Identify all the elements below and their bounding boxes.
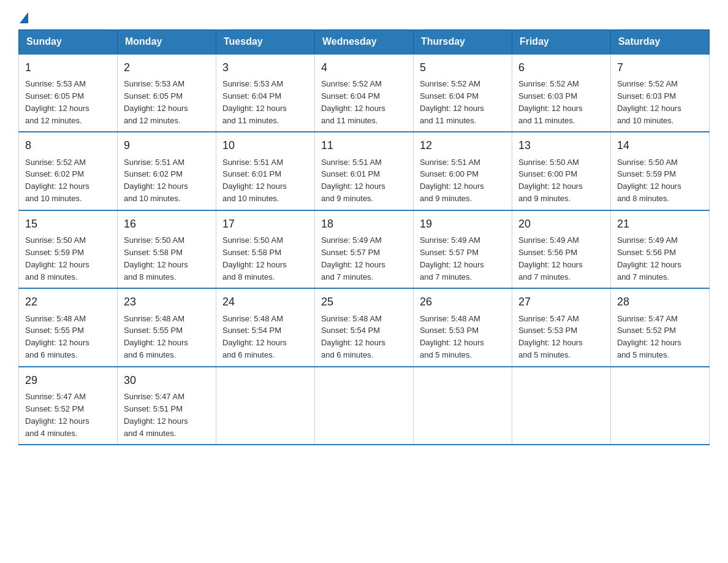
day-info: Sunrise: 5:52 AMSunset: 6:04 PMDaylight:… [420, 79, 484, 125]
day-info: Sunrise: 5:50 AMSunset: 6:00 PMDaylight:… [518, 158, 583, 204]
day-info: Sunrise: 5:52 AMSunset: 6:03 PMDaylight:… [518, 79, 583, 125]
day-info: Sunrise: 5:52 AMSunset: 6:04 PMDaylight:… [321, 79, 385, 125]
calendar-day-cell: 22 Sunrise: 5:48 AMSunset: 5:55 PMDaylig… [19, 288, 118, 366]
day-info: Sunrise: 5:49 AMSunset: 5:56 PMDaylight:… [617, 236, 681, 282]
day-info: Sunrise: 5:51 AMSunset: 6:00 PMDaylight:… [420, 158, 484, 204]
day-info: Sunrise: 5:50 AMSunset: 5:59 PMDaylight:… [25, 236, 89, 282]
calendar-day-cell: 11 Sunrise: 5:51 AMSunset: 6:01 PMDaylig… [314, 132, 413, 210]
day-number: 20 [518, 216, 604, 232]
day-number: 12 [420, 137, 506, 153]
day-number: 17 [222, 216, 308, 232]
day-number: 22 [25, 294, 111, 310]
day-info: Sunrise: 5:48 AMSunset: 5:54 PMDaylight:… [222, 314, 287, 360]
calendar-day-cell: 23 Sunrise: 5:48 AMSunset: 5:55 PMDaylig… [117, 288, 216, 366]
logo-triangle-icon [20, 12, 28, 23]
calendar-day-cell: 24 Sunrise: 5:48 AMSunset: 5:54 PMDaylig… [216, 288, 314, 366]
day-info: Sunrise: 5:48 AMSunset: 5:55 PMDaylight:… [25, 314, 89, 360]
weekday-header-wednesday: Wednesday [314, 30, 413, 55]
day-number: 8 [25, 137, 111, 153]
day-info: Sunrise: 5:47 AMSunset: 5:53 PMDaylight:… [518, 314, 583, 360]
day-info: Sunrise: 5:48 AMSunset: 5:54 PMDaylight:… [321, 314, 385, 360]
day-info: Sunrise: 5:50 AMSunset: 5:58 PMDaylight:… [124, 236, 188, 282]
day-number: 6 [518, 59, 604, 75]
day-number: 1 [25, 59, 111, 75]
calendar-week-row: 8 Sunrise: 5:52 AMSunset: 6:02 PMDayligh… [19, 132, 710, 210]
calendar-day-cell: 1 Sunrise: 5:53 AMSunset: 6:05 PMDayligh… [19, 54, 118, 132]
day-number: 30 [124, 372, 210, 388]
calendar-day-cell: 27 Sunrise: 5:47 AMSunset: 5:53 PMDaylig… [512, 288, 610, 366]
calendar-day-cell: 6 Sunrise: 5:52 AMSunset: 6:03 PMDayligh… [512, 54, 610, 132]
calendar-day-cell: 8 Sunrise: 5:52 AMSunset: 6:02 PMDayligh… [19, 132, 118, 210]
day-number: 10 [222, 137, 308, 153]
day-number: 4 [321, 59, 407, 75]
day-info: Sunrise: 5:48 AMSunset: 5:53 PMDaylight:… [420, 314, 484, 360]
weekday-header-friday: Friday [512, 30, 610, 55]
calendar-week-row: 22 Sunrise: 5:48 AMSunset: 5:55 PMDaylig… [19, 288, 710, 366]
calendar-day-cell: 14 Sunrise: 5:50 AMSunset: 5:59 PMDaylig… [610, 132, 709, 210]
calendar-day-cell: 4 Sunrise: 5:52 AMSunset: 6:04 PMDayligh… [314, 54, 413, 132]
calendar-day-cell: 5 Sunrise: 5:52 AMSunset: 6:04 PMDayligh… [413, 54, 512, 132]
day-number: 2 [124, 59, 210, 75]
calendar-day-cell: 3 Sunrise: 5:53 AMSunset: 6:04 PMDayligh… [216, 54, 314, 132]
day-number: 16 [124, 216, 210, 232]
calendar-day-cell: 18 Sunrise: 5:49 AMSunset: 5:57 PMDaylig… [314, 210, 413, 288]
calendar-day-cell: 12 Sunrise: 5:51 AMSunset: 6:00 PMDaylig… [413, 132, 512, 210]
weekday-header-thursday: Thursday [413, 30, 512, 55]
calendar-day-cell: 19 Sunrise: 5:49 AMSunset: 5:57 PMDaylig… [413, 210, 512, 288]
calendar-day-cell: 30 Sunrise: 5:47 AMSunset: 5:51 PMDaylig… [117, 367, 216, 445]
day-info: Sunrise: 5:53 AMSunset: 6:05 PMDaylight:… [25, 79, 89, 125]
calendar-day-cell: 29 Sunrise: 5:47 AMSunset: 5:52 PMDaylig… [19, 367, 118, 445]
calendar-day-cell: 7 Sunrise: 5:52 AMSunset: 6:03 PMDayligh… [610, 54, 709, 132]
page-header [18, 12, 710, 23]
calendar-day-cell: 25 Sunrise: 5:48 AMSunset: 5:54 PMDaylig… [314, 288, 413, 366]
day-number: 21 [617, 216, 703, 232]
calendar-day-cell: 10 Sunrise: 5:51 AMSunset: 6:01 PMDaylig… [216, 132, 314, 210]
calendar-week-row: 29 Sunrise: 5:47 AMSunset: 5:52 PMDaylig… [19, 367, 710, 445]
calendar-day-cell: 21 Sunrise: 5:49 AMSunset: 5:56 PMDaylig… [610, 210, 709, 288]
day-number: 29 [25, 372, 111, 388]
calendar-day-cell [512, 367, 610, 445]
calendar-day-cell: 20 Sunrise: 5:49 AMSunset: 5:56 PMDaylig… [512, 210, 610, 288]
day-number: 23 [124, 294, 210, 310]
calendar-day-cell: 2 Sunrise: 5:53 AMSunset: 6:05 PMDayligh… [117, 54, 216, 132]
calendar-week-row: 15 Sunrise: 5:50 AMSunset: 5:59 PMDaylig… [19, 210, 710, 288]
day-info: Sunrise: 5:52 AMSunset: 6:02 PMDaylight:… [25, 158, 89, 204]
day-number: 26 [420, 294, 506, 310]
day-info: Sunrise: 5:47 AMSunset: 5:51 PMDaylight:… [124, 392, 188, 438]
day-number: 14 [617, 137, 703, 153]
weekday-header-tuesday: Tuesday [216, 30, 314, 55]
day-number: 24 [222, 294, 308, 310]
calendar-day-cell: 13 Sunrise: 5:50 AMSunset: 6:00 PMDaylig… [512, 132, 610, 210]
day-number: 13 [518, 137, 604, 153]
day-info: Sunrise: 5:49 AMSunset: 5:57 PMDaylight:… [321, 236, 385, 282]
calendar-week-row: 1 Sunrise: 5:53 AMSunset: 6:05 PMDayligh… [19, 54, 710, 132]
weekday-header-saturday: Saturday [610, 30, 709, 55]
day-number: 25 [321, 294, 407, 310]
calendar-day-cell [314, 367, 413, 445]
day-info: Sunrise: 5:50 AMSunset: 5:59 PMDaylight:… [617, 158, 681, 204]
day-number: 11 [321, 137, 407, 153]
weekday-header-sunday: Sunday [19, 30, 118, 55]
day-info: Sunrise: 5:51 AMSunset: 6:02 PMDaylight:… [124, 158, 188, 204]
day-number: 9 [124, 137, 210, 153]
calendar-day-cell: 16 Sunrise: 5:50 AMSunset: 5:58 PMDaylig… [117, 210, 216, 288]
calendar-day-cell: 15 Sunrise: 5:50 AMSunset: 5:59 PMDaylig… [19, 210, 118, 288]
day-number: 5 [420, 59, 506, 75]
calendar-day-cell: 17 Sunrise: 5:50 AMSunset: 5:58 PMDaylig… [216, 210, 314, 288]
day-info: Sunrise: 5:53 AMSunset: 6:05 PMDaylight:… [124, 79, 188, 125]
day-number: 3 [222, 59, 308, 75]
day-info: Sunrise: 5:50 AMSunset: 5:58 PMDaylight:… [222, 236, 287, 282]
calendar-day-cell [216, 367, 314, 445]
day-info: Sunrise: 5:53 AMSunset: 6:04 PMDaylight:… [222, 79, 287, 125]
calendar-day-cell [413, 367, 512, 445]
day-info: Sunrise: 5:49 AMSunset: 5:56 PMDaylight:… [518, 236, 583, 282]
day-number: 7 [617, 59, 703, 75]
day-number: 28 [617, 294, 703, 310]
day-number: 15 [25, 216, 111, 232]
day-info: Sunrise: 5:48 AMSunset: 5:55 PMDaylight:… [124, 314, 188, 360]
calendar-day-cell: 9 Sunrise: 5:51 AMSunset: 6:02 PMDayligh… [117, 132, 216, 210]
day-info: Sunrise: 5:47 AMSunset: 5:52 PMDaylight:… [617, 314, 681, 360]
calendar-day-cell [610, 367, 709, 445]
day-info: Sunrise: 5:51 AMSunset: 6:01 PMDaylight:… [222, 158, 287, 204]
day-info: Sunrise: 5:51 AMSunset: 6:01 PMDaylight:… [321, 158, 385, 204]
